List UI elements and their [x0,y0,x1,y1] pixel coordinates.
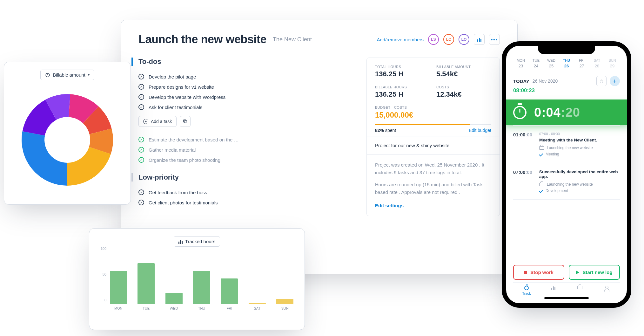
avatar[interactable]: LO [459,34,469,45]
donut-chip-dropdown[interactable]: Billable amount ▾ [40,70,94,80]
y-axis: 100500 [97,247,108,302]
stat-billable-amount: BILLABLE AMOUNT5.54k€ [436,65,491,78]
today-elapsed: 08:00:23 [513,87,620,94]
donut-chart [17,89,118,191]
chart-icon-button[interactable] [474,34,485,45]
stat-billable-hours: BILLABLE HOURS136.25 H [375,85,430,99]
budget-progress [375,124,491,125]
bar-col: MON [110,271,127,310]
stopwatch-icon [524,286,529,290]
checkbox-icon[interactable]: ✓ [138,189,144,195]
task-row-done[interactable]: ✓Estimate the development based on the … [138,134,347,145]
stop-work-button[interactable]: Stop work [513,265,564,280]
checkbox-icon[interactable]: ✓ [138,200,144,205]
plus-icon: + [613,78,617,85]
project-header: Launch the new website The New Client Ad… [138,33,500,46]
bar-col: THU [193,271,210,310]
calendar-day[interactable]: WED25 [544,58,559,68]
edit-settings-link[interactable]: Edit settings [375,203,404,208]
stat-budget: BUDGET - COSTS 15,000.00€ 82% spent Edit… [375,106,491,133]
bar-chart-icon [477,37,481,42]
start-new-log-button[interactable]: Start new log [569,265,620,280]
stat-total-hours: TOTAL HOURS136.25 H [375,65,430,78]
phone-device: MON23TUE24WED25THU26FRI27SAT28SUN29 TODA… [502,41,631,308]
favorite-button[interactable]: ☆ [596,76,607,86]
add-button[interactable]: + [610,76,620,86]
pie-chart-icon [45,72,50,78]
bar-chart-icon [551,286,555,290]
calendar-day[interactable]: FRI27 [574,58,589,68]
task-row[interactable]: ✓Develop the pilot page [138,72,347,82]
svg-rect-1 [184,120,186,122]
checkbox-done-icon[interactable]: ✓ [138,157,144,163]
edit-budget-link[interactable]: Edit budget [469,128,491,133]
play-icon [576,271,579,274]
avatar[interactable]: LS [428,34,439,45]
avatar[interactable]: LC [443,34,454,45]
person-icon [604,286,609,290]
bar-col: FRI [221,278,238,310]
project-description: Project for our new & shiny website. [367,136,500,154]
calendar-day[interactable]: MON23 [513,58,528,68]
checkbox-icon[interactable]: ✓ [138,104,144,110]
stopwatch-icon [513,106,527,119]
bar-col: SUN [276,299,294,310]
task-row-done[interactable]: ✓Gather media material [138,145,347,155]
bar-chart-icon [178,239,183,244]
add-task-button[interactable]: +Add a task [138,116,177,127]
checkbox-icon[interactable]: ✓ [138,84,144,90]
checkbox-done-icon[interactable]: ✓ [138,137,144,142]
tab-reports[interactable] [544,286,563,295]
task-row[interactable]: ✓Get feedback from the boss [138,187,347,197]
calendar-day[interactable]: THU26 [559,58,574,68]
check-icon [539,152,543,156]
task-row[interactable]: ✓Prepare designs for v1 website [138,82,347,92]
project-client: The New Client [273,36,312,43]
calendar-day[interactable]: TUE24 [528,58,544,68]
add-remove-members-link[interactable]: Add/remove members [377,37,424,42]
calendar-strip[interactable]: MON23TUE24WED25THU26FRI27SAT28SUN29 [513,58,620,68]
log-row[interactable]: 01:00:0007:00 - 08:00Meeting with the Ne… [513,126,620,163]
bar-card: Tracked hours 100500 MONTUEWEDTHUFRISATS… [89,228,305,330]
calendar-day[interactable]: SUN29 [605,58,620,68]
tab-bar: Track [513,282,620,295]
caret-down-icon: ▾ [88,73,90,77]
task-row-done[interactable]: ✓Organize the team photo shooting [138,155,347,165]
home-indicator [544,297,589,299]
donut-card: Billable amount ▾ [4,62,131,205]
more-options-button[interactable]: ••• [489,34,500,45]
tab-track[interactable]: Track [517,286,536,295]
briefcase-icon [539,183,544,186]
checkbox-icon[interactable]: ✓ [138,94,144,100]
bar-col: SAT [248,303,266,310]
copy-button[interactable] [180,116,191,127]
task-row[interactable]: ✓Get client photos for testimonials [138,197,347,208]
calendar-day[interactable]: SAT28 [589,58,605,68]
log-list: 01:00:0007:00 - 08:00Meeting with the Ne… [513,125,620,200]
running-timer[interactable]: 0:04:20 [502,99,631,125]
tab-projects[interactable] [570,286,589,295]
stats-panel: TOTAL HOURS136.25 H BILLABLE AMOUNT5.54k… [366,58,500,216]
copy-icon [183,119,188,124]
tab-profile[interactable] [597,286,616,295]
check-icon [539,189,543,193]
project-title: Launch the new website [138,33,266,46]
timer-value: 0:04:20 [534,105,580,120]
star-icon: ☆ [600,79,604,84]
briefcase-icon [539,146,544,150]
log-row[interactable]: 07:00:00Successfully developed the entir… [513,163,620,200]
section-title-low-priority: Low-priority [131,173,347,182]
bar-chart: 100500 MONTUEWEDTHUFRISATSUN [97,247,297,310]
bar-chip[interactable]: Tracked hours [174,236,220,247]
checkbox-done-icon[interactable]: ✓ [138,147,144,153]
section-title-todos: To-dos [131,58,347,66]
task-row[interactable]: ✓Develop the website with Wordpress [138,92,347,102]
bar-col: TUE [137,263,155,310]
today-date: 26 Nov 2020 [533,79,558,84]
checkbox-icon[interactable]: ✓ [138,74,144,79]
plus-circle-icon: + [143,119,148,124]
bar-col: WED [165,293,183,310]
task-row[interactable]: ✓Ask for client testimonials [138,102,347,112]
today-label: TODAY [513,79,529,84]
tasks-column: To-dos ✓Develop the pilot page ✓Prepare … [138,58,347,216]
